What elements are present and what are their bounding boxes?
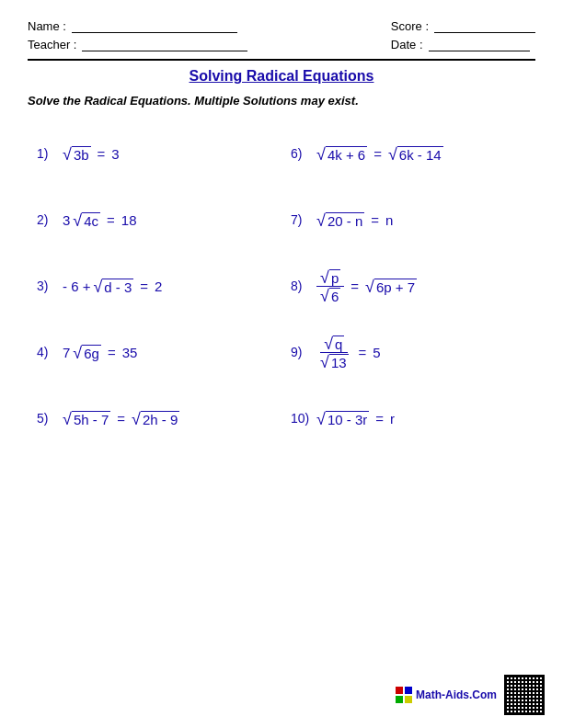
page-title: Solving Radical Equations xyxy=(28,68,535,85)
teacher-line xyxy=(82,37,247,51)
problem-7-math: √ 20 - n = n xyxy=(316,211,393,229)
problem-2-num: 2) xyxy=(37,212,57,227)
problem-1-math: √ 3b = 3 xyxy=(63,145,120,163)
date-line xyxy=(429,37,530,51)
name-label: Name : xyxy=(28,19,66,33)
logo-icon xyxy=(396,687,412,703)
header: Name : Teacher : Score : Date : xyxy=(28,18,535,51)
problem-5-math: √ 5h - 7 = √ 2h - 9 xyxy=(63,410,179,427)
radical-8b: √ 6 xyxy=(320,287,340,304)
radical-8c: √ 6p + 7 xyxy=(365,278,417,295)
header-divider xyxy=(28,59,535,61)
radical-4: √ 6g xyxy=(73,344,101,361)
name-field: Name : xyxy=(28,18,247,33)
footer-text: Math-Aids.Com xyxy=(416,688,497,701)
teacher-field: Teacher : xyxy=(28,37,247,51)
radical-7: √ 20 - n xyxy=(316,211,364,229)
problem-8: 8) √ p √ 6 = xyxy=(282,253,535,319)
qr-code xyxy=(504,675,545,715)
radical-5b: √ 2h - 9 xyxy=(132,410,179,427)
problem-3: 3) - 6 + √ d - 3 = 2 xyxy=(28,253,282,319)
problem-10-math: √ 10 - 3r = r xyxy=(316,410,395,427)
problem-8-math: √ p √ 6 = √ 6p + 7 xyxy=(316,268,417,304)
radical-1: √ 3b xyxy=(63,145,91,163)
problem-10: 10) √ 10 - 3r = r xyxy=(282,385,535,451)
radical-9a: √ q xyxy=(324,335,344,352)
date-label: Date : xyxy=(391,38,423,51)
problem-1: 1) √ 3b = 3 xyxy=(28,120,282,187)
problem-6-math: √ 4k + 6 = √ 6k - 14 xyxy=(316,145,443,163)
teacher-label: Teacher : xyxy=(28,38,76,51)
radical-6b: √ 6k - 14 xyxy=(388,145,443,163)
problem-5: 5) √ 5h - 7 = √ 2h - 9 xyxy=(28,385,282,451)
problem-4-num: 4) xyxy=(37,345,57,359)
problem-9-math: √ q √ 13 = 5 xyxy=(316,335,381,370)
problem-1-num: 1) xyxy=(37,146,57,161)
problem-3-math: - 6 + √ d - 3 = 2 xyxy=(63,278,162,295)
problem-5-num: 5) xyxy=(37,411,57,426)
fraction-9: √ q √ 13 xyxy=(316,335,352,370)
problem-3-num: 3) xyxy=(37,279,57,293)
problem-6-num: 6) xyxy=(291,146,311,161)
header-left: Name : Teacher : xyxy=(28,18,247,51)
name-line xyxy=(72,18,237,33)
worksheet-page: Name : Teacher : Score : Date : Solving … xyxy=(0,0,563,728)
radical-2: √ 4c xyxy=(73,211,100,229)
footer: Math-Aids.Com xyxy=(396,675,545,715)
math-aids-logo: Math-Aids.Com xyxy=(396,687,497,703)
score-label: Score : xyxy=(391,19,429,33)
problem-7-num: 7) xyxy=(291,212,311,227)
date-field: Date : xyxy=(391,37,535,51)
problem-10-num: 10) xyxy=(291,411,311,426)
instructions-text: Solve the Radical Equations. Multiple So… xyxy=(28,94,535,108)
problem-2: 2) 3 √ 4c = 18 xyxy=(28,187,282,253)
radical-10: √ 10 - 3r xyxy=(316,410,369,427)
problem-8-num: 8) xyxy=(291,279,311,293)
header-right: Score : Date : xyxy=(391,18,535,51)
radical-8a: √ p xyxy=(320,268,340,286)
problems-grid: 1) √ 3b = 3 6) √ 4k + 6 = √ xyxy=(28,120,535,451)
problem-2-math: 3 √ 4c = 18 xyxy=(63,211,137,229)
problem-6: 6) √ 4k + 6 = √ 6k - 14 xyxy=(282,120,535,187)
radical-5a: √ 5h - 7 xyxy=(63,410,110,427)
radical-6a: √ 4k + 6 xyxy=(316,145,367,163)
problem-4: 4) 7 √ 6g = 35 xyxy=(28,319,282,385)
score-field: Score : xyxy=(391,18,535,33)
problem-9-num: 9) xyxy=(291,345,311,359)
problem-9: 9) √ q √ 13 = xyxy=(282,319,535,385)
radical-9b: √ 13 xyxy=(320,353,349,370)
fraction-8: √ p √ 6 xyxy=(316,268,344,304)
score-line xyxy=(434,18,535,33)
problem-7: 7) √ 20 - n = n xyxy=(282,187,535,253)
problem-4-math: 7 √ 6g = 35 xyxy=(63,344,137,361)
radical-3: √ d - 3 xyxy=(93,278,133,295)
